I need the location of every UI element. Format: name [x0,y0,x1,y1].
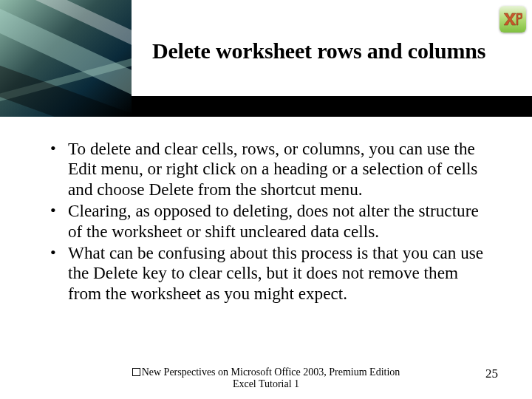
xp-icon [503,13,522,26]
title-container: Delete worksheet rows and columns [152,38,517,64]
footer-line2: Excel Tutorial 1 [132,378,400,390]
title-underline-bar [132,96,532,117]
slide-body: To delete and clear cells, rows, or colu… [46,139,495,305]
bullet-list: To delete and clear cells, rows, or colu… [46,139,495,304]
xp-badge [499,6,526,33]
footer: New Perspectives on Microsoft Office 200… [0,366,532,390]
footer-line1: New Perspectives on Microsoft Office 200… [142,366,400,378]
header-decorative-image [0,0,132,117]
slide: Delete worksheet rows and columns To del… [0,0,532,399]
footer-box-glyph [132,368,140,376]
bullet-item: Clearing, as opposed to deleting, does n… [46,201,495,242]
slide-title: Delete worksheet rows and columns [152,38,517,64]
page-number: 25 [485,366,498,381]
footer-source: New Perspectives on Microsoft Office 200… [132,366,400,390]
bullet-item: To delete and clear cells, rows, or colu… [46,139,495,200]
bullet-item: What can be confusing about this process… [46,243,495,304]
xp-badge-chip [499,6,526,33]
